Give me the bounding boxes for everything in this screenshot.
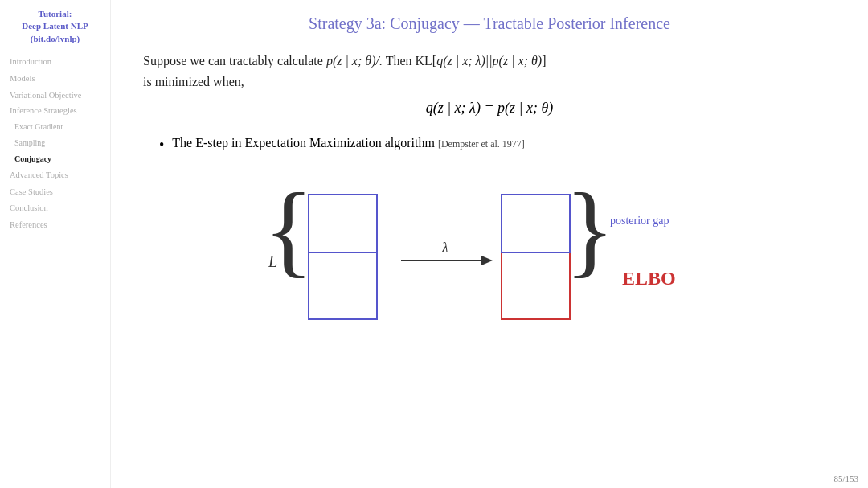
paragraph-end: ] xyxy=(542,54,546,68)
sidebar-item-conclusion[interactable]: Conclusion xyxy=(6,201,104,216)
L-label: L xyxy=(268,252,277,270)
posterior-gap-label: posterior gap xyxy=(610,215,669,227)
slide-title: Strategy 3a: Conjugacy — Tractable Poste… xyxy=(143,14,836,33)
diagram-svg: { L λ } posterior gap ELBO xyxy=(256,172,723,341)
sidebar-item-exact-gradient[interactable]: Exact Gradient xyxy=(6,120,104,134)
math-kl: q(z | x; λ)||p(z | x; θ) xyxy=(436,54,542,68)
right-rect-top xyxy=(502,195,570,252)
sidebar-item-references[interactable]: References xyxy=(6,218,104,233)
paragraph-start: Suppose we can tractably calculate xyxy=(143,54,326,68)
sidebar-item-introduction[interactable]: Introduction xyxy=(6,55,104,70)
bullet-item: • The E-step in Expectation Maximization… xyxy=(159,136,836,154)
sidebar-title: Tutorial: Deep Latent NLP (bit.do/lvnlp) xyxy=(6,8,104,45)
right-brace: } xyxy=(565,172,615,287)
sidebar-item-variational-objective[interactable]: Variational Objective xyxy=(6,88,104,103)
diagram-area: { L λ } posterior gap ELBO xyxy=(143,168,836,345)
bullet-text: The E-step in Expectation Maximization a… xyxy=(172,136,525,150)
paragraph-mid: Then KL[ xyxy=(383,54,436,68)
paragraph-2: is minimized when, xyxy=(143,72,836,92)
arrow-head xyxy=(481,256,493,265)
main-content: Strategy 3a: Conjugacy — Tractable Poste… xyxy=(111,0,868,488)
sidebar-item-models[interactable]: Models xyxy=(6,72,104,87)
left-rect-outer xyxy=(309,195,377,319)
equation: q(z | x; λ) = p(z | x; θ) xyxy=(426,100,554,116)
sidebar-item-advanced-topics[interactable]: Advanced Topics xyxy=(6,168,104,183)
sidebar-item-case-studies[interactable]: Case Studies xyxy=(6,185,104,200)
sidebar: Tutorial: Deep Latent NLP (bit.do/lvnlp)… xyxy=(0,0,111,488)
bullet-dot: • xyxy=(159,137,164,154)
slide-number: 85/153 xyxy=(833,474,858,483)
sidebar-item-conjugacy[interactable]: Conjugacy xyxy=(6,152,104,166)
sidebar-item-inference-strategies[interactable]: Inference Strategies xyxy=(6,104,104,118)
content-body: Suppose we can tractably calculate p(z |… xyxy=(143,51,836,92)
math-p: p(z | x; θ)/. xyxy=(326,54,383,68)
paragraph-1: Suppose we can tractably calculate p(z |… xyxy=(143,51,836,72)
bullet-citation: [Dempster et al. 1977] xyxy=(438,138,525,150)
lambda-label: λ xyxy=(441,240,448,256)
elbo-label: ELBO xyxy=(622,268,676,289)
sidebar-item-sampling[interactable]: Sampling xyxy=(6,136,104,150)
equation-block: q(z | x; λ) = p(z | x; θ) xyxy=(143,100,836,117)
